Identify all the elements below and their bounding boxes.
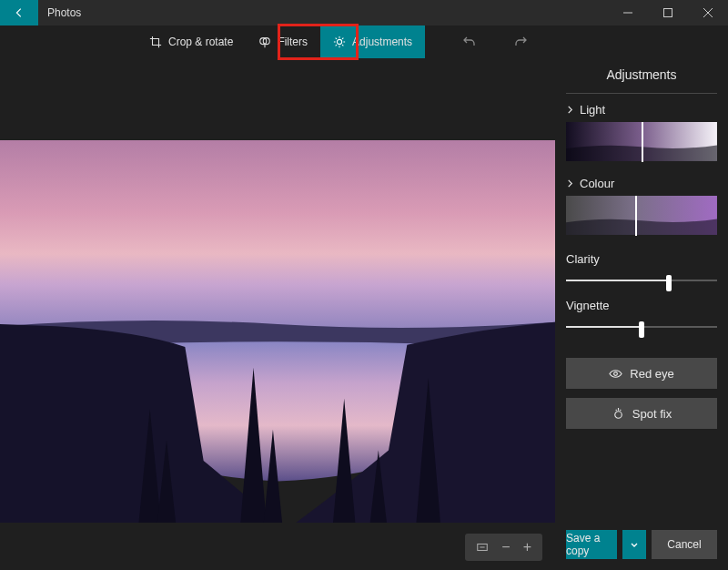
vignette-slider[interactable] <box>566 320 717 334</box>
zoom-in-button[interactable]: + <box>523 539 531 555</box>
redo-icon[interactable] <box>513 35 528 49</box>
adjustments-icon <box>333 36 346 48</box>
history-controls <box>462 35 528 49</box>
section-colour[interactable]: Colour <box>566 168 717 196</box>
save-copy-button[interactable]: Save a copy <box>566 530 617 559</box>
spotfix-icon <box>612 407 625 421</box>
titlebar: Photos <box>0 0 728 25</box>
panel-footer: Save a copy Cancel <box>566 521 717 570</box>
photo-viewport[interactable] <box>0 140 555 523</box>
adjustments-panel: Adjustments Light Colour <box>555 58 728 570</box>
tab-filters[interactable]: Filters <box>246 25 320 58</box>
clarity-slider[interactable] <box>566 273 717 288</box>
svg-rect-4 <box>0 140 555 347</box>
button-label: Red eye <box>630 367 673 381</box>
button-label: Cancel <box>667 538 701 551</box>
maximize-button[interactable] <box>648 0 688 25</box>
crop-icon <box>149 36 162 48</box>
window-controls <box>608 0 728 25</box>
vignette-label: Vignette <box>566 288 717 320</box>
section-label: Light <box>580 103 605 117</box>
light-preview[interactable] <box>566 122 717 162</box>
tab-label: Crop & rotate <box>168 36 233 48</box>
chevron-right-icon <box>566 179 574 188</box>
tab-crop-rotate[interactable]: Crop & rotate <box>136 25 246 58</box>
tab-adjustments[interactable]: Adjustments <box>320 25 425 58</box>
tab-label: Filters <box>278 36 308 48</box>
arrow-left-icon <box>13 6 25 19</box>
svg-point-3 <box>337 39 341 44</box>
zoom-controls: − + <box>465 534 542 561</box>
chevron-right-icon <box>566 106 574 114</box>
back-button[interactable] <box>0 0 38 25</box>
panel-title: Adjustments <box>566 58 717 94</box>
filters-icon <box>258 36 271 48</box>
clarity-label: Clarity <box>566 241 717 273</box>
edited-photo <box>0 140 555 523</box>
main-area: − + Adjustments Light <box>0 58 728 570</box>
spotfix-button[interactable]: Spot fix <box>566 398 717 429</box>
maximize-icon <box>663 8 672 17</box>
button-label: Save a copy <box>566 532 617 557</box>
svg-point-8 <box>614 372 618 375</box>
zoom-out-button[interactable]: − <box>501 539 510 555</box>
section-label: Colour <box>580 177 614 190</box>
redeye-button[interactable]: Red eye <box>566 358 717 389</box>
undo-icon[interactable] <box>462 35 477 49</box>
button-label: Spot fix <box>632 407 672 421</box>
tab-label: Adjustments <box>352 36 412 48</box>
chevron-down-icon <box>630 540 639 549</box>
eye-icon <box>609 367 622 381</box>
svg-point-9 <box>615 411 622 418</box>
app-title: Photos <box>38 0 608 25</box>
close-icon <box>703 8 713 17</box>
close-button[interactable] <box>688 0 728 25</box>
editor-toolbar: Crop & rotate Filters Adjustments <box>0 25 728 58</box>
fit-icon[interactable] <box>476 541 489 554</box>
colour-preview[interactable] <box>566 196 717 236</box>
section-light[interactable]: Light <box>566 94 717 122</box>
minimize-button[interactable] <box>608 0 648 25</box>
minimize-icon <box>623 8 632 17</box>
svg-rect-0 <box>664 9 672 17</box>
canvas-area: − + <box>0 58 555 570</box>
save-dropdown-button[interactable] <box>622 530 646 559</box>
cancel-button[interactable]: Cancel <box>652 530 717 559</box>
